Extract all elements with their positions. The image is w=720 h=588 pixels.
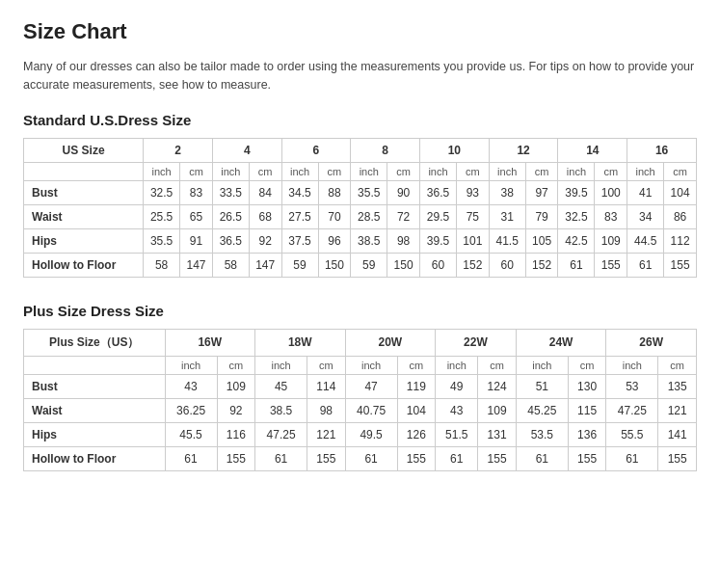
unit-cell: inch (165, 356, 217, 374)
measurement-value: 121 (307, 422, 345, 446)
us-size-header: US Size (24, 138, 144, 162)
unit-cell: cm (180, 162, 213, 180)
measurement-value: 43 (165, 374, 217, 398)
unit-cell: inch (212, 162, 249, 180)
plus-heading: Plus Size Dress Size (23, 303, 697, 319)
measurement-label: Bust (24, 374, 166, 398)
unit-cell: cm (217, 356, 254, 374)
measurement-value: 49 (436, 374, 478, 398)
measurement-value: 35.5 (351, 180, 387, 204)
measurement-value: 109 (595, 228, 627, 253)
measurement-value: 121 (658, 398, 697, 422)
measurement-value: 104 (664, 180, 697, 204)
measurement-value: 61 (627, 253, 664, 277)
measurement-value: 155 (397, 446, 435, 470)
plus-size-header: 16W (165, 329, 255, 356)
measurement-label: Hips (24, 422, 166, 446)
standard-size-header: 16 (627, 138, 697, 162)
page-title: Size Chart (23, 19, 697, 44)
standard-size-header: 4 (212, 138, 281, 162)
measurement-value: 155 (307, 446, 345, 470)
standard-size-header: 12 (489, 138, 558, 162)
measurement-value: 34 (627, 204, 664, 228)
plus-size-header: 26W (606, 329, 697, 356)
measurement-value: 37.5 (281, 228, 318, 253)
unit-cell: cm (307, 356, 345, 374)
measurement-value: 42.5 (558, 228, 595, 253)
measurement-value: 93 (456, 180, 489, 204)
unit-cell: cm (249, 162, 281, 180)
measurement-value: 61 (558, 253, 595, 277)
plus-size-header: 24W (516, 329, 606, 356)
measurement-value: 101 (456, 228, 489, 253)
standard-size-header: 10 (420, 138, 490, 162)
measurement-value: 83 (595, 204, 627, 228)
plus-size-table: Plus Size（US） 16W18W20W22W24W26W inchcmi… (23, 329, 697, 471)
measurement-value: 65 (180, 204, 213, 228)
unit-cell: inch (144, 162, 180, 180)
plus-size-header: Plus Size（US） (24, 329, 166, 356)
measurement-value: 147 (249, 253, 281, 277)
unit-cell: cm (478, 356, 516, 374)
measurement-label: Waist (24, 398, 166, 422)
measurement-value: 53 (606, 374, 658, 398)
measurement-value: 119 (397, 374, 435, 398)
unit-cell: cm (568, 356, 605, 374)
measurement-value: 124 (478, 374, 516, 398)
unit-cell: inch (351, 162, 387, 180)
measurement-value: 58 (144, 253, 180, 277)
measurement-value: 32.5 (558, 204, 595, 228)
measurement-value: 59 (281, 253, 318, 277)
measurement-value: 33.5 (212, 180, 249, 204)
measurement-value: 152 (456, 253, 489, 277)
measurement-value: 38 (489, 180, 525, 204)
empty-unit-cell (24, 162, 144, 180)
description-text: Many of our dresses can also be tailor m… (23, 58, 697, 94)
unit-cell: cm (664, 162, 697, 180)
measurement-value: 84 (249, 180, 281, 204)
measurement-value: 53.5 (516, 422, 568, 446)
measurement-value: 25.5 (144, 204, 180, 228)
measurement-value: 96 (318, 228, 351, 253)
measurement-value: 90 (387, 180, 420, 204)
measurement-value: 75 (456, 204, 489, 228)
unit-cell: inch (436, 356, 478, 374)
measurement-value: 112 (664, 228, 697, 253)
plus-size-header: 18W (255, 329, 346, 356)
measurement-label: Hollow to Floor (24, 253, 144, 277)
measurement-label: Hips (24, 228, 144, 253)
measurement-value: 61 (345, 446, 397, 470)
measurement-value: 115 (568, 398, 605, 422)
measurement-value: 40.75 (345, 398, 397, 422)
measurement-value: 36.5 (420, 180, 457, 204)
measurement-value: 41.5 (489, 228, 525, 253)
measurement-value: 116 (217, 422, 254, 446)
measurement-value: 152 (525, 253, 558, 277)
measurement-value: 35.5 (144, 228, 180, 253)
unit-cell: cm (387, 162, 420, 180)
standard-size-header: 8 (351, 138, 420, 162)
measurement-value: 31 (489, 204, 525, 228)
measurement-value: 38.5 (351, 228, 387, 253)
measurement-value: 92 (249, 228, 281, 253)
measurement-value: 136 (568, 422, 605, 446)
standard-heading: Standard U.S.Dress Size (23, 112, 697, 128)
measurement-value: 70 (318, 204, 351, 228)
measurement-value: 36.5 (212, 228, 249, 253)
unit-cell: inch (345, 356, 397, 374)
measurement-value: 155 (595, 253, 627, 277)
measurement-value: 131 (478, 422, 516, 446)
measurement-value: 32.5 (144, 180, 180, 204)
standard-size-header: 2 (144, 138, 213, 162)
measurement-value: 135 (658, 374, 697, 398)
measurement-value: 26.5 (212, 204, 249, 228)
standard-size-header: 14 (558, 138, 627, 162)
measurement-value: 61 (516, 446, 568, 470)
measurement-value: 45.5 (165, 422, 217, 446)
measurement-value: 47.25 (255, 422, 307, 446)
unit-cell: inch (606, 356, 658, 374)
measurement-value: 34.5 (281, 180, 318, 204)
unit-cell: cm (456, 162, 489, 180)
measurement-value: 155 (658, 446, 697, 470)
measurement-value: 51 (516, 374, 568, 398)
